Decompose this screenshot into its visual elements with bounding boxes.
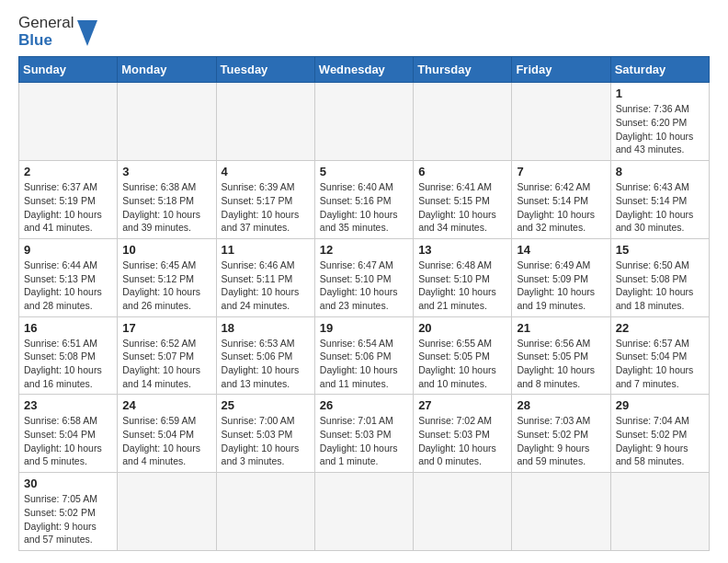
calendar-cell [610, 473, 709, 551]
day-number: 8 [616, 165, 704, 178]
day-number: 11 [222, 243, 310, 257]
calendar-cell: 14Sunrise: 6:49 AM Sunset: 5:09 PM Dayli… [512, 238, 610, 316]
weekday-header-wednesday: Wednesday [314, 57, 413, 83]
calendar-cell: 29Sunrise: 7:04 AM Sunset: 5:02 PM Dayli… [610, 395, 709, 473]
weekday-header-thursday: Thursday [414, 57, 512, 83]
calendar-cell: 4Sunrise: 6:39 AM Sunset: 5:17 PM Daylig… [216, 161, 314, 239]
calendar-cell: 5Sunrise: 6:40 AM Sunset: 5:16 PM Daylig… [314, 161, 413, 239]
day-info: Sunrise: 6:46 AM Sunset: 5:11 PM Dayligh… [222, 259, 310, 313]
calendar-week-1: 1Sunrise: 7:36 AM Sunset: 6:20 PM Daylig… [19, 83, 710, 161]
calendar-week-4: 16Sunrise: 6:51 AM Sunset: 5:08 PM Dayli… [19, 316, 710, 395]
calendar-cell [19, 83, 118, 161]
day-number: 29 [616, 398, 704, 412]
day-info: Sunrise: 6:59 AM Sunset: 5:04 PM Dayligh… [122, 414, 210, 468]
logo: General Blue [18, 15, 97, 49]
calendar-cell [314, 473, 413, 551]
day-number: 15 [616, 243, 704, 257]
day-info: Sunrise: 6:40 AM Sunset: 5:16 PM Dayligh… [320, 180, 408, 235]
day-number: 13 [418, 243, 506, 257]
logo-general-text: General [18, 14, 74, 31]
logo-triangle-icon [77, 20, 97, 46]
day-number: 24 [122, 398, 210, 412]
page: General Blue SundayMondayTuesdayWednesda… [0, 0, 728, 563]
day-number: 9 [24, 243, 112, 257]
calendar-week-2: 2Sunrise: 6:37 AM Sunset: 5:19 PM Daylig… [19, 161, 710, 239]
day-info: Sunrise: 7:36 AM Sunset: 6:20 PM Dayligh… [616, 102, 704, 156]
calendar-cell: 10Sunrise: 6:45 AM Sunset: 5:12 PM Dayli… [118, 238, 216, 316]
logo-text-block: General Blue [18, 15, 74, 49]
day-number: 1 [616, 86, 704, 100]
weekday-header-tuesday: Tuesday [216, 57, 314, 83]
day-number: 21 [517, 321, 605, 335]
day-info: Sunrise: 6:57 AM Sunset: 5:04 PM Dayligh… [616, 337, 704, 391]
day-number: 12 [320, 243, 408, 257]
day-info: Sunrise: 7:00 AM Sunset: 5:03 PM Dayligh… [222, 414, 310, 468]
day-info: Sunrise: 7:02 AM Sunset: 5:03 PM Dayligh… [418, 414, 506, 468]
day-number: 30 [24, 477, 112, 490]
day-number: 25 [222, 398, 310, 412]
calendar-cell: 24Sunrise: 6:59 AM Sunset: 5:04 PM Dayli… [118, 395, 216, 473]
day-number: 4 [222, 165, 310, 178]
day-number: 19 [320, 321, 408, 335]
day-info: Sunrise: 6:38 AM Sunset: 5:18 PM Dayligh… [122, 180, 210, 235]
calendar-cell [414, 473, 512, 551]
day-info: Sunrise: 6:44 AM Sunset: 5:13 PM Dayligh… [24, 259, 112, 313]
day-info: Sunrise: 6:56 AM Sunset: 5:05 PM Dayligh… [517, 337, 605, 391]
calendar-cell: 28Sunrise: 7:03 AM Sunset: 5:02 PM Dayli… [512, 395, 610, 473]
calendar-cell: 11Sunrise: 6:46 AM Sunset: 5:11 PM Dayli… [216, 238, 314, 316]
calendar-cell [314, 83, 413, 161]
calendar-cell: 27Sunrise: 7:02 AM Sunset: 5:03 PM Dayli… [414, 395, 512, 473]
day-number: 18 [222, 321, 310, 335]
calendar-cell: 18Sunrise: 6:53 AM Sunset: 5:06 PM Dayli… [216, 316, 314, 395]
day-number: 27 [418, 398, 506, 412]
calendar-cell: 2Sunrise: 6:37 AM Sunset: 5:19 PM Daylig… [19, 161, 118, 239]
calendar-cell: 3Sunrise: 6:38 AM Sunset: 5:18 PM Daylig… [118, 161, 216, 239]
day-number: 3 [122, 165, 210, 178]
calendar-cell: 8Sunrise: 6:43 AM Sunset: 5:14 PM Daylig… [610, 161, 709, 239]
weekday-header-saturday: Saturday [610, 57, 709, 83]
calendar-cell: 26Sunrise: 7:01 AM Sunset: 5:03 PM Dayli… [314, 395, 413, 473]
day-number: 17 [122, 321, 210, 335]
calendar-cell: 22Sunrise: 6:57 AM Sunset: 5:04 PM Dayli… [610, 316, 709, 395]
day-number: 14 [517, 243, 605, 257]
calendar-cell: 17Sunrise: 6:52 AM Sunset: 5:07 PM Dayli… [118, 316, 216, 395]
calendar-cell: 13Sunrise: 6:48 AM Sunset: 5:10 PM Dayli… [414, 238, 512, 316]
day-info: Sunrise: 6:42 AM Sunset: 5:14 PM Dayligh… [517, 180, 605, 235]
calendar-cell: 15Sunrise: 6:50 AM Sunset: 5:08 PM Dayli… [610, 238, 709, 316]
day-number: 2 [24, 165, 112, 178]
day-info: Sunrise: 6:49 AM Sunset: 5:09 PM Dayligh… [517, 259, 605, 313]
calendar-cell: 19Sunrise: 6:54 AM Sunset: 5:06 PM Dayli… [314, 316, 413, 395]
calendar-cell [216, 473, 314, 551]
day-number: 10 [122, 243, 210, 257]
day-number: 5 [320, 165, 408, 178]
calendar-cell: 30Sunrise: 7:05 AM Sunset: 5:02 PM Dayli… [19, 473, 118, 551]
calendar-cell: 6Sunrise: 6:41 AM Sunset: 5:15 PM Daylig… [414, 161, 512, 239]
header: General Blue [18, 15, 710, 49]
day-info: Sunrise: 6:47 AM Sunset: 5:10 PM Dayligh… [320, 259, 408, 313]
day-number: 22 [616, 321, 704, 335]
calendar-table: SundayMondayTuesdayWednesdayThursdayFrid… [18, 56, 710, 551]
logo-blue-text: Blue [18, 31, 52, 49]
calendar-cell: 1Sunrise: 7:36 AM Sunset: 6:20 PM Daylig… [610, 83, 709, 161]
weekday-header-friday: Friday [512, 57, 610, 83]
day-info: Sunrise: 6:48 AM Sunset: 5:10 PM Dayligh… [418, 259, 506, 313]
day-number: 28 [517, 398, 605, 412]
day-info: Sunrise: 6:43 AM Sunset: 5:14 PM Dayligh… [616, 180, 704, 235]
day-number: 6 [418, 165, 506, 178]
calendar-cell [118, 83, 216, 161]
day-info: Sunrise: 7:04 AM Sunset: 5:02 PM Dayligh… [616, 414, 704, 468]
svg-marker-0 [77, 20, 97, 46]
day-info: Sunrise: 6:53 AM Sunset: 5:06 PM Dayligh… [222, 337, 310, 391]
calendar-cell: 25Sunrise: 7:00 AM Sunset: 5:03 PM Dayli… [216, 395, 314, 473]
day-info: Sunrise: 6:52 AM Sunset: 5:07 PM Dayligh… [122, 337, 210, 391]
day-info: Sunrise: 6:51 AM Sunset: 5:08 PM Dayligh… [24, 337, 112, 391]
calendar-cell [118, 473, 216, 551]
day-number: 16 [24, 321, 112, 335]
calendar-cell: 7Sunrise: 6:42 AM Sunset: 5:14 PM Daylig… [512, 161, 610, 239]
calendar-cell [512, 473, 610, 551]
day-info: Sunrise: 6:58 AM Sunset: 5:04 PM Dayligh… [24, 414, 112, 468]
day-info: Sunrise: 6:45 AM Sunset: 5:12 PM Dayligh… [122, 259, 210, 313]
calendar-cell: 20Sunrise: 6:55 AM Sunset: 5:05 PM Dayli… [414, 316, 512, 395]
day-info: Sunrise: 6:54 AM Sunset: 5:06 PM Dayligh… [320, 337, 408, 391]
calendar-week-6: 30Sunrise: 7:05 AM Sunset: 5:02 PM Dayli… [19, 473, 710, 551]
